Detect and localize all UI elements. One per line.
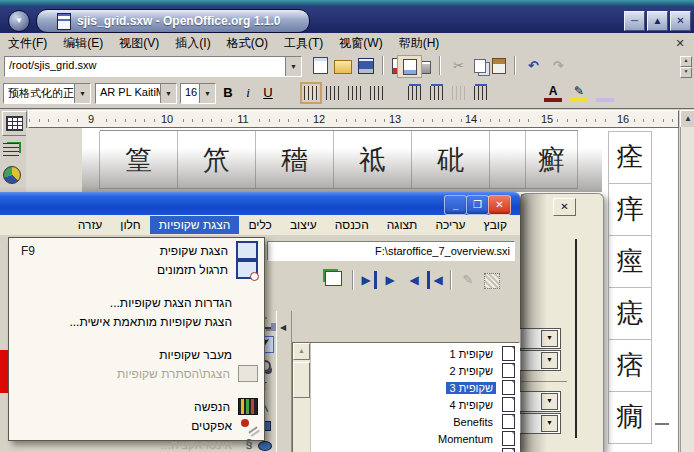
chevron-down-icon[interactable]: ▼: [541, 415, 558, 432]
chevron-down-icon[interactable]: ▼: [74, 84, 90, 103]
underline-icon[interactable]: U: [258, 83, 278, 102]
close-icon[interactable]: ✕: [553, 198, 576, 216]
chevron-down-icon[interactable]: ▼: [160, 84, 176, 103]
panel-combobox[interactable]: ▼: [515, 350, 561, 371]
menu-item[interactable]: כלים: [239, 216, 280, 234]
previous-slide-icon[interactable]: ◀: [403, 271, 425, 289]
menu-item[interactable]: מעבר שקופיות: [11, 345, 262, 364]
insert-chart-button[interactable]: [3, 166, 23, 184]
copy-icon[interactable]: [474, 59, 486, 73]
menu-item[interactable]: 插入(I): [167, 33, 218, 54]
grid-cell[interactable]: 穡: [255, 131, 334, 189]
panel-combobox[interactable]: ▼: [515, 328, 561, 349]
next-slide-icon[interactable]: ▶: [379, 271, 401, 289]
drag-mode-icon[interactable]: [481, 271, 503, 289]
chevron-down-icon[interactable]: ▼: [541, 352, 558, 369]
grid-cell[interactable]: 痞: [608, 339, 652, 392]
font-name-combobox[interactable]: AR PL KaitiM ▼: [95, 83, 177, 104]
align-right-icon[interactable]: [348, 86, 362, 100]
menu-item[interactable]: עיצוב: [281, 216, 326, 234]
list-item[interactable]: שקופית 4: [315, 396, 515, 413]
collapse-arrow-icon[interactable]: ◀: [280, 323, 286, 332]
italic-icon[interactable]: i: [238, 83, 258, 102]
grid-cell[interactable]: 癬: [525, 131, 578, 189]
new-document-icon[interactable]: [313, 57, 328, 74]
bullets-icon[interactable]: [430, 86, 444, 100]
horizontal-ruler[interactable]: 910111213141516: [28, 110, 679, 128]
menu-item[interactable]: 编辑(E): [55, 33, 111, 54]
chevron-down-icon[interactable]: ▼: [199, 84, 215, 103]
minimize-icon[interactable]: _: [444, 195, 467, 215]
indent-increase-icon[interactable]: [474, 86, 488, 100]
grid-cell[interactable]: 砒: [411, 131, 490, 189]
grid-cell[interactable]: 笊: [177, 131, 256, 189]
load-url-combobox[interactable]: /root/sjis_grid.sxw ▼: [4, 56, 302, 77]
slide-list-scrollbar[interactable]: ▲: [293, 343, 311, 452]
undo-icon[interactable]: ↶: [524, 57, 543, 74]
chevron-down-icon[interactable]: ▼: [541, 393, 558, 410]
list-item[interactable]: Momentum: [315, 430, 515, 447]
character-grid-row[interactable]: 篁笊穡祗砒癬: [100, 130, 578, 189]
toolbar-scroll-spinner[interactable]: ▲ ▼: [680, 56, 692, 75]
last-slide-icon[interactable]: ▶: [359, 271, 377, 289]
panel-combobox[interactable]: ▼: [515, 391, 561, 412]
background-color-icon[interactable]: [596, 84, 614, 102]
close-icon[interactable]: ✕: [488, 195, 511, 215]
character-grid-column[interactable]: 痊痒痙痣痞癇: [608, 131, 652, 444]
menu-item[interactable]: הצגת\הסתרת שקופיות: [11, 364, 262, 383]
align-left-icon[interactable]: [304, 86, 318, 100]
grid-cell[interactable]: 痙: [608, 235, 652, 288]
scroll-up-icon[interactable]: ▲: [293, 343, 310, 360]
list-item[interactable]: שקופית 3: [315, 379, 515, 396]
spin-up-icon[interactable]: ▲: [680, 56, 692, 67]
shade-icon[interactable]: ▲: [647, 11, 668, 31]
paragraph-style-combobox[interactable]: 预格式化的正文 ▼: [3, 83, 91, 104]
redo-icon[interactable]: ↷: [549, 57, 568, 74]
menu-item[interactable]: הצגת שקופית F9: [11, 241, 262, 260]
cut-icon[interactable]: ✂: [449, 57, 468, 74]
menu-item[interactable]: הנפשה: [11, 397, 262, 416]
paste-icon[interactable]: [492, 58, 506, 74]
list-item[interactable]: שקופית 2: [315, 362, 515, 379]
numbering-icon[interactable]: [408, 86, 422, 100]
bold-icon[interactable]: B: [218, 83, 238, 102]
insert-table-button[interactable]: [2, 111, 27, 136]
menu-item[interactable]: 格式(O): [219, 33, 276, 54]
grid-cell[interactable]: 祗: [333, 131, 412, 189]
document-path-field[interactable]: F:\staroffice_7_overview.sxi: [267, 241, 515, 261]
grid-cell[interactable]: [489, 131, 526, 189]
menu-item[interactable]: הכנסה: [326, 216, 378, 234]
menu-item[interactable]: 视图(V): [111, 33, 167, 54]
menu-item[interactable]: קובץ: [475, 216, 516, 234]
menu-item[interactable]: עזרה: [69, 216, 112, 234]
menu-item[interactable]: 视窗(W): [331, 33, 390, 54]
scrollbar-thumb[interactable]: [293, 362, 310, 398]
menu-item[interactable]: הצגת שקופיות מותאמת אישית...: [11, 312, 262, 331]
menu-item[interactable]: אפקטים: [11, 416, 262, 435]
list-item[interactable]: Benefits: [315, 413, 515, 430]
close-icon[interactable]: ✕: [670, 11, 691, 31]
grid-cell[interactable]: 癇: [608, 391, 652, 444]
grid-cell[interactable]: 痣: [608, 287, 652, 340]
window-menu-button[interactable]: ▼: [8, 10, 30, 32]
font-color-icon[interactable]: A: [544, 84, 562, 102]
align-center-icon[interactable]: [326, 86, 340, 100]
menu-item[interactable]: 文件(F): [0, 33, 55, 54]
first-slide-icon[interactable]: ◀: [427, 271, 445, 289]
edit-file-button[interactable]: [397, 55, 422, 78]
menu-item[interactable]: חלון: [111, 216, 150, 234]
pages-icon[interactable]: [325, 271, 347, 289]
restore-icon[interactable]: ❐: [466, 195, 489, 215]
spin-down-icon[interactable]: ▼: [680, 67, 692, 78]
insert-frame-button[interactable]: [3, 142, 23, 160]
list-item[interactable]: שקופית 1: [315, 345, 515, 362]
menu-item[interactable]: עריכה: [426, 216, 474, 234]
chevron-down-icon[interactable]: ▼: [541, 330, 558, 347]
minimize-icon[interactable]: ─: [624, 11, 645, 31]
grid-cell[interactable]: 篁: [99, 131, 178, 189]
grid-cell[interactable]: 痊: [608, 131, 652, 184]
align-justify-icon[interactable]: [370, 86, 384, 100]
font-size-combobox[interactable]: 16 ▼: [180, 83, 216, 104]
impress-titlebar[interactable]: [0, 192, 520, 215]
close-document-icon[interactable]: ✕: [672, 35, 688, 51]
